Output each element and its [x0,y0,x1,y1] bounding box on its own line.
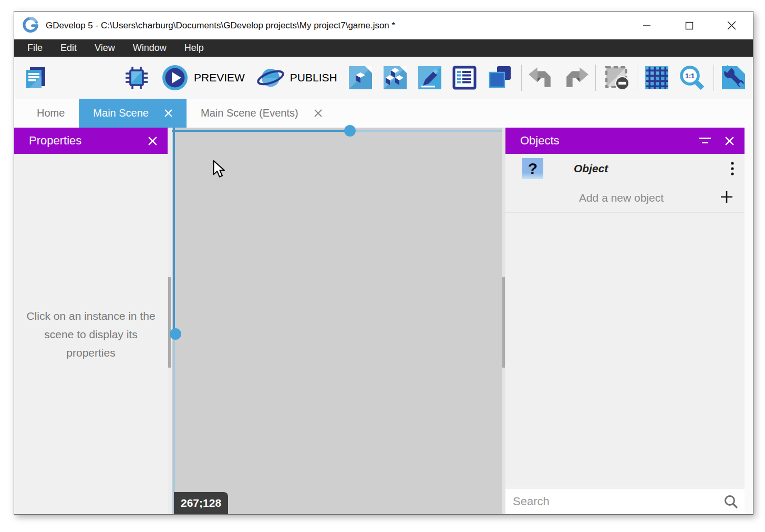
tab-label: Home [37,107,65,119]
search-icon [723,494,738,509]
properties-panel-title: Properties [29,134,135,148]
tab-bar: Home Main Scene Main Scene (Events) [14,99,753,128]
horizontal-scroll-handle[interactable] [344,125,356,137]
main-content: Properties Click on an instance in the s… [14,128,753,514]
vertical-scrollbar[interactable] [502,277,505,368]
menu-bar: File Edit View Window Help [14,39,753,57]
debugger-icon [123,65,150,90]
play-icon [161,64,189,91]
vertical-scroll-track[interactable] [173,128,175,334]
title-bar: GDevelop 5 - C:\Users\charburg\Documents… [14,12,753,39]
toolbar-separator [521,65,522,91]
objects-panel-title: Objects [520,134,686,148]
project-manager-icon [23,65,49,90]
close-icon[interactable] [148,137,157,145]
toolbar-separator [714,65,714,91]
right-scroll-gutter [502,128,505,514]
tab-close-icon[interactable] [314,109,322,117]
tab-main-scene[interactable]: Main Scene [79,99,187,128]
toolbar-separator [595,65,596,91]
vertical-scroll-track[interactable] [173,334,175,514]
minimize-button[interactable] [625,12,668,39]
plus-icon[interactable] [720,191,733,205]
grid-button[interactable] [644,65,669,90]
object-groups-icon [382,65,408,90]
menu-item-window[interactable]: Window [124,39,175,57]
project-manager-button[interactable] [23,65,49,90]
objects-panel-header: Objects [505,128,745,154]
desktop: GDevelop 5 - C:\Users\charburg\Documents… [0,0,765,532]
objects-editor-icon [348,65,373,90]
cursor-coordinates-badge: 267;128 [174,492,228,514]
zoom-original-button[interactable]: 1:1 [679,65,705,91]
search-input[interactable] [505,495,723,508]
clear-selection-button[interactable] [604,65,629,90]
tab-label: Main Scene (Events) [201,107,298,119]
undo-button[interactable] [529,67,553,88]
layers-editor-button[interactable] [487,65,512,90]
window-title: GDevelop 5 - C:\Users\charburg\Documents… [46,20,395,31]
preview-button[interactable]: PREVIEW [161,64,245,91]
svg-text:1:1: 1:1 [685,72,695,80]
debugger-button[interactable] [123,65,150,90]
menu-item-edit[interactable]: Edit [51,39,86,57]
add-object-label: Add a new object [522,192,720,204]
instances-list-button[interactable] [452,65,477,90]
redo-button[interactable] [564,67,588,88]
vertical-scroll-handle[interactable] [170,328,181,340]
properties-panel: Properties Click on an instance in the s… [14,128,168,514]
clear-selection-icon [604,65,629,90]
wrench-icon [721,65,746,90]
grid-icon [644,65,669,90]
publish-label: PUBLISH [290,71,337,84]
add-object-row[interactable]: Add a new object [505,183,745,213]
object-list-item[interactable]: ? Object [505,154,745,183]
toolbar-separator [637,65,637,91]
objects-panel: Objects ? Object [505,128,753,514]
gdevelop-window: GDevelop 5 - C:\Users\charburg\Documents… [14,11,753,515]
mouse-cursor [213,160,228,180]
tab-main-scene-events[interactable]: Main Scene (Events) [187,99,336,128]
redo-icon [564,67,588,88]
horizontal-scroll-track[interactable] [350,130,502,132]
object-groups-button[interactable] [382,65,408,90]
close-button[interactable] [710,12,753,39]
maximize-button[interactable] [668,12,710,39]
filter-icon[interactable] [699,137,711,145]
properties-panel-header: Properties [14,128,168,154]
menu-item-file[interactable]: File [18,39,51,57]
vertical-scrollbar[interactable] [168,277,171,368]
project-settings-button[interactable] [721,65,746,90]
scene-properties-button[interactable] [417,65,442,90]
undo-icon [529,67,553,88]
instances-list-icon [452,65,477,90]
zoom-1-1-icon: 1:1 [679,65,705,91]
toolbar: PREVIEW PUBLISH [14,57,753,99]
horizontal-scroll-track[interactable] [172,130,350,132]
object-name: Object [574,162,608,175]
scene-canvas[interactable]: 267;128 [172,128,502,514]
left-scroll-gutter [168,128,172,514]
globe-icon [256,65,285,91]
properties-panel-body: Click on an instance in the scene to dis… [14,154,168,514]
preview-label: PREVIEW [194,71,245,84]
scene-properties-icon [417,65,442,90]
window-controls [625,12,753,39]
menu-item-view[interactable]: View [86,39,124,57]
tab-home[interactable]: Home [23,99,79,128]
objects-editor-button[interactable] [348,65,373,90]
close-icon[interactable] [725,137,734,145]
publish-button[interactable]: PUBLISH [256,65,337,91]
objects-search-row [505,488,745,514]
menu-item-help[interactable]: Help [175,39,213,57]
tab-close-icon[interactable] [164,109,172,117]
gdevelop-logo-icon [23,17,38,35]
unknown-object-icon: ? [522,158,543,179]
objects-list-empty-area [505,213,745,488]
layers-editor-icon [487,65,512,90]
tab-label: Main Scene [93,107,149,119]
scene-editor-area: 267;128 [168,128,505,514]
object-menu-icon[interactable] [728,162,737,175]
properties-hint-text: Click on an instance in the scene to dis… [23,307,159,362]
